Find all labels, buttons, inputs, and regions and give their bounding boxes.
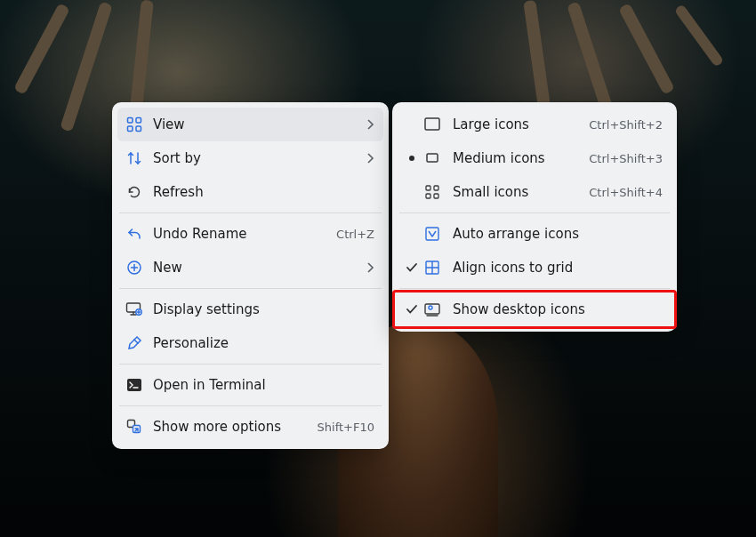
menu-separator xyxy=(119,212,382,213)
svg-rect-14 xyxy=(434,186,438,190)
radio-indicator xyxy=(401,155,422,162)
wallpaper-decoration xyxy=(618,3,675,95)
terminal-icon xyxy=(125,375,144,395)
desktop-icons-icon xyxy=(422,300,442,319)
menu-item-label: Display settings xyxy=(153,301,374,317)
view-submenu: Large icons Ctrl+Shift+2 Medium icons Ct… xyxy=(392,102,677,332)
svg-rect-0 xyxy=(128,118,133,124)
submenu-item-label: Large icons xyxy=(453,116,580,132)
submenu-item-auto-arrange[interactable]: Auto arrange icons xyxy=(398,217,672,251)
svg-rect-1 xyxy=(136,118,141,124)
chevron-right-icon xyxy=(366,261,374,274)
svg-rect-15 xyxy=(426,194,430,198)
menu-item-sort-by[interactable]: Sort by xyxy=(117,141,383,175)
svg-rect-13 xyxy=(426,186,430,190)
menu-item-shortcut: Shift+F10 xyxy=(318,421,374,434)
chevron-right-icon xyxy=(366,118,374,131)
menu-item-label: Show more options xyxy=(153,419,309,435)
svg-rect-16 xyxy=(434,194,438,198)
menu-item-view[interactable]: View xyxy=(117,108,383,141)
menu-separator xyxy=(399,288,670,289)
submenu-item-small-icons[interactable]: Small icons Ctrl+Shift+4 xyxy=(398,175,672,209)
submenu-item-show-desktop-icons[interactable]: Show desktop icons xyxy=(398,293,672,326)
svg-rect-12 xyxy=(427,154,438,162)
svg-rect-17 xyxy=(426,228,438,240)
auto-arrange-icon xyxy=(422,224,442,244)
svg-rect-3 xyxy=(136,126,141,132)
submenu-item-label: Medium icons xyxy=(453,150,580,166)
wallpaper-decoration xyxy=(13,3,70,95)
align-grid-icon xyxy=(422,258,442,277)
more-options-icon xyxy=(125,417,144,437)
menu-item-show-more-options[interactable]: Show more options Shift+F10 xyxy=(117,410,383,444)
menu-item-undo-rename[interactable]: Undo Rename Ctrl+Z xyxy=(117,217,383,251)
desktop-context-menu: View Sort by Refresh xyxy=(112,102,389,449)
check-indicator xyxy=(401,303,422,316)
submenu-item-shortcut: Ctrl+Shift+4 xyxy=(589,186,663,199)
paintbrush-icon xyxy=(125,333,144,353)
submenu-item-large-icons[interactable]: Large icons Ctrl+Shift+2 xyxy=(398,108,672,141)
menu-item-shortcut: Ctrl+Z xyxy=(336,228,374,241)
grid-icon xyxy=(125,115,144,134)
menu-item-label: New xyxy=(153,260,357,276)
menu-separator xyxy=(399,212,670,213)
submenu-item-label: Auto arrange icons xyxy=(453,226,663,242)
small-icons-icon xyxy=(422,182,442,202)
submenu-item-medium-icons[interactable]: Medium icons Ctrl+Shift+3 xyxy=(398,141,672,175)
menu-item-new[interactable]: New xyxy=(117,251,383,285)
medium-icons-icon xyxy=(422,148,442,168)
menu-separator xyxy=(119,288,382,289)
submenu-item-label: Align icons to grid xyxy=(453,260,663,276)
menu-item-personalize[interactable]: Personalize xyxy=(117,326,383,360)
submenu-item-label: Small icons xyxy=(453,184,580,200)
menu-separator xyxy=(119,364,382,365)
display-settings-icon xyxy=(125,300,144,319)
large-icons-icon xyxy=(422,115,442,134)
menu-item-label: View xyxy=(153,116,357,132)
desktop-wallpaper: View Sort by Refresh xyxy=(0,0,756,537)
menu-separator xyxy=(119,405,382,406)
menu-item-refresh[interactable]: Refresh xyxy=(117,175,383,209)
menu-item-label: Open in Terminal xyxy=(153,377,374,393)
menu-item-display-settings[interactable]: Display settings xyxy=(117,293,383,326)
check-indicator xyxy=(401,261,422,274)
svg-rect-10 xyxy=(425,118,439,130)
submenu-item-shortcut: Ctrl+Shift+2 xyxy=(589,118,663,132)
sort-icon xyxy=(125,148,144,168)
svg-point-11 xyxy=(409,156,414,161)
menu-item-label: Personalize xyxy=(153,335,374,351)
menu-item-label: Sort by xyxy=(153,150,357,166)
chevron-right-icon xyxy=(366,152,374,164)
submenu-item-label: Show desktop icons xyxy=(453,301,663,317)
svg-rect-2 xyxy=(128,126,133,132)
undo-icon xyxy=(125,224,144,244)
svg-rect-7 xyxy=(127,379,141,391)
submenu-item-align-to-grid[interactable]: Align icons to grid xyxy=(398,251,672,285)
svg-point-20 xyxy=(429,306,432,309)
plus-circle-icon xyxy=(125,258,144,277)
submenu-item-shortcut: Ctrl+Shift+3 xyxy=(589,152,663,165)
menu-item-open-terminal[interactable]: Open in Terminal xyxy=(117,368,383,402)
wallpaper-decoration xyxy=(60,2,113,132)
menu-item-label: Undo Rename xyxy=(153,226,327,242)
menu-item-label: Refresh xyxy=(153,184,374,200)
refresh-icon xyxy=(125,182,144,202)
wallpaper-decoration xyxy=(674,4,725,68)
